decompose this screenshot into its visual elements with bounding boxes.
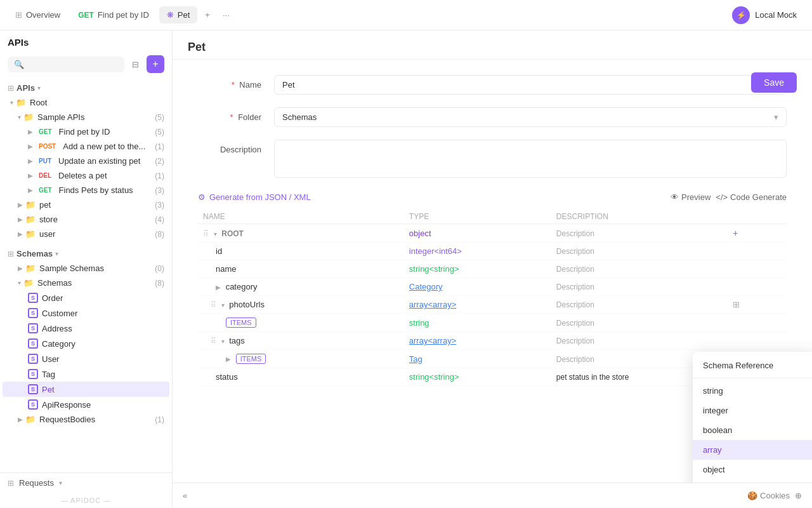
sidebar-title: APIs — [8, 37, 164, 48]
sidebar-item-store-folder[interactable]: ▶ 📁 store (4) — [3, 212, 169, 227]
field-type-value[interactable]: string — [409, 318, 429, 328]
item-count: (8) — [155, 230, 164, 239]
name-input[interactable] — [274, 75, 787, 95]
generate-from-json-button[interactable]: ⚙ Generate from JSON / XML — [198, 192, 311, 202]
cookies-label: Cookies — [760, 491, 790, 500]
add-api-button[interactable]: + — [147, 55, 164, 73]
sidebar-item-pet[interactable]: S Pet — [3, 382, 169, 397]
requests-chevron-icon[interactable]: ▾ — [59, 479, 62, 486]
field-type-value[interactable]: string<string> — [409, 264, 459, 274]
chevron-icon: ▶ — [18, 216, 23, 223]
schemas-section-header: ⊞ Schemas ▾ — [0, 244, 172, 261]
description-placeholder[interactable]: Description — [556, 265, 594, 274]
add-field-button[interactable]: + — [733, 228, 738, 238]
sidebar-item-pet-folder[interactable]: ▶ 📁 pet (3) — [3, 197, 169, 212]
description-placeholder[interactable]: Description — [556, 283, 594, 291]
tab-get-find-pet[interactable]: GET Find pet by ID — [70, 6, 157, 23]
sidebar-item-api-response[interactable]: S ApiResponse — [3, 397, 169, 412]
chevron-icon: ▶ — [18, 416, 23, 423]
sidebar-item-label: Finds Pets by status — [59, 185, 153, 195]
type-dropdown-button[interactable]: ⊞ — [733, 300, 740, 309]
preview-button[interactable]: 👁 Preview — [671, 192, 710, 202]
tab-more-button[interactable]: ··· — [218, 8, 235, 22]
sidebar-item-user[interactable]: S User — [3, 351, 169, 366]
item-count: (0) — [155, 264, 164, 273]
dropdown-item-schema-ref[interactable]: Schema Reference — [693, 356, 812, 375]
sidebar-item-order[interactable]: S Order — [3, 290, 169, 305]
field-type-value[interactable]: array<array> — [409, 336, 456, 345]
grid-icon: ⊞ — [15, 10, 22, 20]
dropdown-item-object[interactable]: object — [693, 460, 812, 479]
field-name-cell: ITEMS — [198, 314, 404, 332]
sidebar-item-label: Update an existing pet — [58, 156, 152, 166]
field-type-value[interactable]: Category — [409, 282, 443, 291]
field-type-value[interactable]: array<array> — [409, 300, 456, 309]
description-placeholder[interactable]: Description — [556, 319, 594, 328]
sidebar-item-del-pet[interactable]: ▶ DEL Deletes a pet (1) — [3, 168, 169, 183]
dropdown-item-integer[interactable]: integer — [693, 401, 812, 420]
sidebar-item-sample-schemas[interactable]: ▶ 📁 Sample Schemas (0) — [3, 261, 169, 276]
sidebar-item-sample-apis[interactable]: ▾ 📁 Sample APIs (5) — [3, 110, 169, 124]
sidebar-item-address[interactable]: S Address — [3, 321, 169, 336]
collapse-icon[interactable]: ▾ — [214, 231, 217, 237]
sidebar-item-request-bodies[interactable]: ▶ 📁 RequestBodies (1) — [3, 412, 169, 427]
dropdown-item-number[interactable]: number — [693, 479, 812, 483]
field-type-value[interactable]: Tag — [409, 354, 422, 364]
description-placeholder[interactable]: Description — [556, 300, 594, 309]
dropdown-item-string[interactable]: string — [693, 381, 812, 401]
sidebar-item-category[interactable]: S Category — [3, 336, 169, 351]
folder-icon: 📁 — [25, 415, 36, 424]
tab-pet-schema[interactable]: ❋ Pet — [159, 6, 198, 23]
schemas-chevron-icon[interactable]: ▾ — [55, 250, 58, 257]
dropdown-item-boolean[interactable]: boolean — [693, 420, 812, 440]
description-placeholder[interactable]: Description — [556, 355, 594, 364]
collapse-sidebar-button[interactable]: « — [183, 491, 187, 500]
drag-handle-icon[interactable]: ⠿ — [211, 300, 216, 309]
chevron-icon: ▶ — [28, 128, 33, 135]
description-placeholder[interactable]: Description — [556, 337, 594, 345]
code-icon: </> — [716, 192, 728, 202]
sidebar-item-schemas-folder[interactable]: ▾ 📁 Schemas (8) — [3, 276, 169, 290]
filter-button[interactable]: ⊟ — [129, 57, 141, 72]
description-placeholder[interactable]: Description — [556, 229, 594, 238]
sidebar-item-root[interactable]: ▾ 📁 Root — [3, 95, 169, 110]
plus-icon: + — [152, 58, 158, 70]
tab-overview[interactable]: ⊞ APIs Overview — [8, 6, 68, 23]
schemas-label: Schemas — [16, 249, 53, 258]
apis-chevron-icon[interactable]: ▾ — [37, 84, 41, 91]
field-name-value: name — [216, 264, 237, 274]
sidebar-item-tag[interactable]: S Tag — [3, 366, 169, 382]
collapse-icon[interactable]: ▶ — [226, 356, 231, 363]
sidebar-item-get-find-pet[interactable]: ▶ GET Find pet by ID (5) — [3, 124, 169, 139]
drag-handle-icon[interactable]: ⠿ — [211, 337, 216, 345]
apidoc-watermark: — APIDOC — — [0, 493, 172, 508]
description-textarea[interactable] — [274, 140, 787, 178]
collapse-icon[interactable]: ▾ — [221, 338, 225, 345]
collapse-icon[interactable]: ▶ — [216, 284, 221, 291]
dropdown-item-array[interactable]: array — [693, 440, 812, 460]
field-type-value[interactable]: string<string> — [409, 372, 459, 382]
page-title: Pet — [188, 41, 206, 53]
search-input[interactable] — [28, 60, 118, 69]
collapse-icon[interactable]: ▾ — [221, 302, 225, 309]
status-description[interactable]: pet status in the store — [556, 373, 629, 382]
drag-handle-icon[interactable]: ⠿ — [203, 229, 209, 238]
field-type-cell: Category — [404, 278, 551, 296]
field-type-value[interactable]: object — [409, 229, 431, 238]
schema-type-icon: S — [28, 369, 38, 379]
field-type-value[interactable]: integer<int64> — [409, 246, 462, 256]
sidebar-item-get-finds-pets[interactable]: ▶ GET Finds Pets by status (3) — [3, 183, 169, 197]
code-generate-button[interactable]: </> Code Generate — [716, 192, 787, 202]
description-placeholder[interactable]: Description — [556, 247, 594, 256]
sidebar-item-put-update-pet[interactable]: ▶ PUT Update an existing pet (2) — [3, 154, 169, 168]
field-type-cell: Tag — [404, 350, 551, 368]
sidebar-item-post-add-pet[interactable]: ▶ POST Add a new pet to the... (1) — [3, 139, 169, 154]
add-server-button[interactable]: ⊕ — [795, 491, 802, 500]
cookies-button[interactable]: 🍪 Cookies — [747, 491, 790, 500]
sidebar-item-user-folder[interactable]: ▶ 📁 user (8) — [3, 227, 169, 241]
tab-plus-button[interactable]: + — [200, 8, 215, 22]
sidebar-item-customer[interactable]: S Customer — [3, 305, 169, 321]
sidebar-search-box[interactable]: 🔍 — [8, 57, 124, 72]
save-button[interactable]: Save — [751, 72, 797, 93]
folder-select[interactable]: Schemas ▾ — [274, 107, 787, 127]
